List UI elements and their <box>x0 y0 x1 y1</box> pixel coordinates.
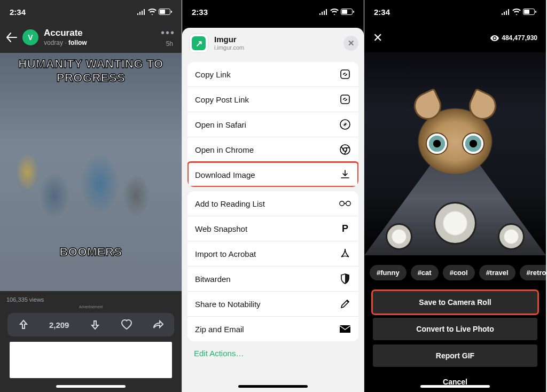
action-open-in-safari[interactable]: Open in Safari <box>187 112 358 137</box>
tag-funny[interactable]: #funny <box>370 265 407 280</box>
p-icon: P <box>339 223 351 234</box>
tag-retro[interactable]: #retro <box>520 265 546 280</box>
upvote-icon[interactable] <box>18 319 29 331</box>
action-add-to-reading-list[interactable]: Add to Reading List <box>187 191 358 216</box>
tag-cat[interactable]: #cat <box>411 265 439 280</box>
home-indicator[interactable] <box>56 385 126 388</box>
svg-rect-15 <box>524 10 529 14</box>
tag-row[interactable]: #funny#cat#cool#travel#retro <box>364 255 546 287</box>
action-label: Web Snapshot <box>195 224 247 233</box>
link-icon <box>339 93 351 105</box>
status-icons <box>319 9 354 15</box>
download-icon <box>339 169 351 181</box>
imgur-post-screen: 2:34 V Accurate vodray · follow ••• 5h H… <box>0 0 182 392</box>
action-zip-and-email[interactable]: Zip and Email <box>187 316 358 341</box>
chrome-icon <box>339 144 351 155</box>
svg-rect-4 <box>342 10 347 14</box>
svg-rect-7 <box>341 95 349 104</box>
app-domain: i.imgur.com <box>214 44 337 51</box>
acrobat-icon <box>339 248 351 260</box>
svg-rect-2 <box>171 11 172 13</box>
link-icon <box>339 68 351 80</box>
action-open-in-chrome[interactable]: Open in Chrome <box>187 137 358 162</box>
ad-label: Advertisement <box>0 305 182 309</box>
action-group-1: Copy LinkCopy Post LinkOpen in SafariOpe… <box>187 62 358 187</box>
meme-bottom-text: BOOMERS <box>0 245 182 259</box>
heart-icon[interactable] <box>121 319 132 330</box>
action-bar: 2,209 <box>7 313 174 336</box>
gif-preview[interactable] <box>364 52 546 255</box>
home-indicator[interactable] <box>420 385 490 388</box>
status-bar: 2:33 <box>182 0 364 23</box>
save-button[interactable]: Save to Camera Roll <box>373 291 537 313</box>
avatar[interactable]: V <box>22 29 38 45</box>
action-download-image[interactable]: Download Image <box>187 162 358 187</box>
svg-rect-5 <box>353 11 354 13</box>
svg-point-11 <box>340 201 344 206</box>
action-web-snapshot[interactable]: Web SnapshotP <box>187 216 358 241</box>
post-time: 5h <box>166 40 173 48</box>
view-count-value: 484,477,930 <box>502 34 537 42</box>
convert-button[interactable]: Convert to Live Photo <box>373 318 537 340</box>
status-bar: 2:34 <box>0 0 182 23</box>
tag-cool[interactable]: #cool <box>443 265 475 280</box>
username[interactable]: vodray <box>44 39 63 46</box>
post-title[interactable]: Accurate <box>44 28 155 38</box>
mail-icon <box>339 323 351 335</box>
view-count: 106,335 views <box>0 291 182 305</box>
action-group-2: Add to Reading ListWeb SnapshotPImport t… <box>187 191 358 341</box>
action-label: Import to Acrobat <box>195 249 256 258</box>
status-bar: 2:34 <box>364 0 546 23</box>
action-label: Add to Reading List <box>195 199 265 208</box>
meme-image[interactable]: HUMANITY WANTING TO PROGRESS BOOMERS <box>0 53 182 291</box>
status-icons <box>137 9 172 15</box>
action-label: Open in Chrome <box>195 145 254 154</box>
post-header: V Accurate vodray · follow ••• 5h <box>0 23 182 53</box>
action-label: Copy Link <box>195 70 231 79</box>
sheet-header: Imgur i.imgur.com ✕ <box>182 31 364 58</box>
more-icon[interactable]: ••• <box>161 27 175 39</box>
svg-point-12 <box>346 201 350 206</box>
action-copy-post-link[interactable]: Copy Post Link <box>187 87 358 112</box>
share-icon[interactable] <box>152 320 164 330</box>
svg-text:P: P <box>342 223 348 234</box>
share-sheet: Imgur i.imgur.com ✕ Copy LinkCopy Post L… <box>182 28 364 392</box>
title-block: Accurate vodray · follow <box>44 28 155 46</box>
downvote-icon[interactable] <box>89 319 101 331</box>
view-count: 484,477,930 <box>490 34 537 42</box>
close-icon[interactable]: ✕ <box>343 36 358 51</box>
action-import-to-acrobat[interactable]: Import to Acrobat <box>187 241 358 266</box>
ad-placeholder[interactable] <box>10 342 172 378</box>
back-icon[interactable] <box>6 33 17 42</box>
action-share-to-notability[interactable]: Share to Notability <box>187 291 358 316</box>
status-icons <box>501 9 536 15</box>
ios-share-sheet-screen: 2:33 Imgur i.imgur.com ✕ Copy LinkCopy P… <box>182 0 364 392</box>
pencil-icon <box>339 298 351 310</box>
shield-icon <box>339 273 351 285</box>
action-bitwarden[interactable]: Bitwarden <box>187 266 358 291</box>
app-icon <box>190 34 208 52</box>
edit-actions-link[interactable]: Edit Actions… <box>182 341 364 374</box>
cancel-button[interactable]: Cancel <box>364 367 546 386</box>
report-button[interactable]: Report GIF <box>373 344 537 367</box>
action-label: Zip and Email <box>195 325 244 334</box>
meme-top-text: HUMANITY WANTING TO PROGRESS <box>0 57 182 85</box>
close-icon[interactable]: ✕ <box>373 31 382 45</box>
action-label: Bitwarden <box>195 275 231 284</box>
svg-rect-1 <box>160 10 165 14</box>
eye-icon <box>490 35 499 41</box>
home-indicator[interactable] <box>238 385 308 388</box>
follow-button[interactable]: follow <box>68 39 87 46</box>
svg-rect-16 <box>535 11 536 13</box>
glasses-icon <box>339 198 351 209</box>
tag-travel[interactable]: #travel <box>479 265 515 280</box>
action-copy-link[interactable]: Copy Link <box>187 62 358 87</box>
status-time: 2:34 <box>10 7 26 17</box>
vote-count: 2,209 <box>49 320 69 330</box>
action-label: Share to Notability <box>195 300 261 309</box>
status-time: 2:34 <box>374 7 390 17</box>
action-label: Open in Safari <box>195 120 246 129</box>
app-name: Imgur <box>214 35 337 44</box>
giphy-detail-screen: 2:34 ✕ 484,477,930 #funny#cat#cool#trave… <box>364 0 546 392</box>
compass-icon <box>339 119 351 130</box>
